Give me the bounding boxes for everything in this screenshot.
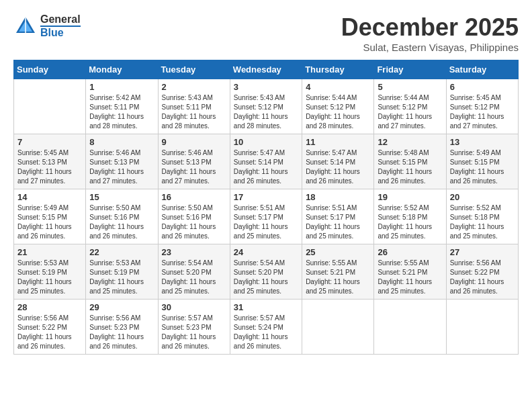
- logo-text: General Blue: [40, 13, 81, 38]
- calendar-cell: 9Sunrise: 5:46 AMSunset: 5:13 PMDaylight…: [158, 134, 230, 189]
- calendar-week-4: 21Sunrise: 5:53 AMSunset: 5:19 PMDayligh…: [14, 244, 519, 300]
- day-number: 10: [234, 137, 298, 147]
- calendar-cell: 24Sunrise: 5:54 AMSunset: 5:20 PMDayligh…: [230, 244, 302, 300]
- calendar-cell: 2Sunrise: 5:43 AMSunset: 5:11 PMDaylight…: [158, 79, 230, 134]
- calendar-cell: 29Sunrise: 5:56 AMSunset: 5:23 PMDayligh…: [86, 300, 158, 355]
- month-year-title: December 2025: [341, 13, 519, 42]
- calendar-cell: 4Sunrise: 5:44 AMSunset: 5:12 PMDaylight…: [302, 79, 374, 134]
- calendar-week-3: 14Sunrise: 5:49 AMSunset: 5:15 PMDayligh…: [14, 189, 519, 244]
- day-info: Sunrise: 5:57 AMSunset: 5:23 PMDaylight:…: [162, 314, 226, 351]
- day-info: Sunrise: 5:51 AMSunset: 5:17 PMDaylight:…: [234, 203, 298, 241]
- day-number: 25: [306, 247, 370, 257]
- day-number: 18: [306, 192, 370, 202]
- calendar-cell: [14, 79, 86, 134]
- day-info: Sunrise: 5:45 AMSunset: 5:12 PMDaylight:…: [450, 93, 515, 131]
- calendar-cell: 30Sunrise: 5:57 AMSunset: 5:23 PMDayligh…: [158, 300, 230, 355]
- day-info: Sunrise: 5:50 AMSunset: 5:16 PMDaylight:…: [89, 203, 154, 241]
- day-info: Sunrise: 5:49 AMSunset: 5:15 PMDaylight:…: [17, 203, 82, 241]
- day-info: Sunrise: 5:45 AMSunset: 5:13 PMDaylight:…: [17, 148, 82, 186]
- day-info: Sunrise: 5:43 AMSunset: 5:12 PMDaylight:…: [234, 93, 298, 131]
- day-number: 7: [17, 137, 82, 147]
- day-number: 13: [450, 137, 515, 147]
- page-header: General Blue December 2025 Sulat, Easter…: [13, 13, 519, 53]
- calendar-cell: 7Sunrise: 5:45 AMSunset: 5:13 PMDaylight…: [14, 134, 86, 189]
- calendar-cell: [302, 300, 374, 355]
- calendar-cell: 26Sunrise: 5:55 AMSunset: 5:21 PMDayligh…: [374, 244, 446, 300]
- calendar-cell: 31Sunrise: 5:57 AMSunset: 5:24 PMDayligh…: [230, 300, 302, 355]
- day-number: 16: [162, 192, 226, 202]
- col-header-tuesday: Tuesday: [158, 60, 230, 79]
- day-info: Sunrise: 5:46 AMSunset: 5:13 PMDaylight:…: [162, 148, 226, 186]
- day-number: 31: [234, 302, 298, 312]
- day-number: 1: [89, 82, 154, 92]
- day-info: Sunrise: 5:49 AMSunset: 5:15 PMDaylight:…: [450, 148, 515, 186]
- location-subtitle: Sulat, Eastern Visayas, Philippines: [341, 42, 519, 53]
- calendar-week-2: 7Sunrise: 5:45 AMSunset: 5:13 PMDaylight…: [14, 134, 519, 189]
- day-info: Sunrise: 5:44 AMSunset: 5:12 PMDaylight:…: [378, 93, 442, 131]
- calendar-cell: 20Sunrise: 5:52 AMSunset: 5:18 PMDayligh…: [446, 189, 518, 244]
- day-number: 20: [450, 192, 515, 202]
- day-number: 29: [89, 302, 154, 312]
- day-number: 9: [162, 137, 226, 147]
- day-info: Sunrise: 5:57 AMSunset: 5:24 PMDaylight:…: [234, 314, 298, 351]
- day-info: Sunrise: 5:56 AMSunset: 5:22 PMDaylight:…: [17, 314, 82, 351]
- day-number: 26: [378, 247, 442, 257]
- calendar-cell: 1Sunrise: 5:42 AMSunset: 5:11 PMDaylight…: [86, 79, 158, 134]
- day-number: 22: [89, 247, 154, 257]
- logo-icon: [13, 14, 38, 38]
- calendar-week-5: 28Sunrise: 5:56 AMSunset: 5:22 PMDayligh…: [14, 300, 519, 355]
- calendar-cell: 21Sunrise: 5:53 AMSunset: 5:19 PMDayligh…: [14, 244, 86, 300]
- calendar-cell: 11Sunrise: 5:47 AMSunset: 5:14 PMDayligh…: [302, 134, 374, 189]
- calendar-cell: 5Sunrise: 5:44 AMSunset: 5:12 PMDaylight…: [374, 79, 446, 134]
- calendar-cell: 6Sunrise: 5:45 AMSunset: 5:12 PMDaylight…: [446, 79, 518, 134]
- day-number: 3: [234, 82, 298, 92]
- day-number: 24: [234, 247, 298, 257]
- day-number: 12: [378, 137, 442, 147]
- logo-general-text: General: [40, 13, 81, 26]
- col-header-thursday: Thursday: [302, 60, 374, 79]
- day-info: Sunrise: 5:54 AMSunset: 5:20 PMDaylight:…: [162, 259, 226, 296]
- calendar-cell: 8Sunrise: 5:46 AMSunset: 5:13 PMDaylight…: [86, 134, 158, 189]
- calendar-cell: 10Sunrise: 5:47 AMSunset: 5:14 PMDayligh…: [230, 134, 302, 189]
- calendar-cell: 18Sunrise: 5:51 AMSunset: 5:17 PMDayligh…: [302, 189, 374, 244]
- calendar-week-1: 1Sunrise: 5:42 AMSunset: 5:11 PMDaylight…: [14, 79, 519, 134]
- day-info: Sunrise: 5:44 AMSunset: 5:12 PMDaylight:…: [306, 93, 370, 131]
- calendar-cell: 14Sunrise: 5:49 AMSunset: 5:15 PMDayligh…: [14, 189, 86, 244]
- day-info: Sunrise: 5:53 AMSunset: 5:19 PMDaylight:…: [89, 259, 154, 296]
- day-number: 6: [450, 82, 515, 92]
- day-number: 15: [89, 192, 154, 202]
- day-info: Sunrise: 5:53 AMSunset: 5:19 PMDaylight:…: [17, 259, 82, 296]
- calendar-cell: 16Sunrise: 5:50 AMSunset: 5:16 PMDayligh…: [158, 189, 230, 244]
- day-number: 21: [17, 247, 82, 257]
- calendar-cell: [446, 300, 518, 355]
- day-info: Sunrise: 5:43 AMSunset: 5:11 PMDaylight:…: [162, 93, 226, 131]
- calendar-table: SundayMondayTuesdayWednesdayThursdayFrid…: [13, 60, 519, 355]
- col-header-sunday: Sunday: [14, 60, 86, 79]
- calendar-cell: [374, 300, 446, 355]
- calendar-cell: 28Sunrise: 5:56 AMSunset: 5:22 PMDayligh…: [14, 300, 86, 355]
- day-number: 19: [378, 192, 442, 202]
- day-info: Sunrise: 5:47 AMSunset: 5:14 PMDaylight:…: [306, 148, 370, 186]
- day-number: 30: [162, 302, 226, 312]
- logo-blue-text: Blue: [40, 26, 81, 39]
- day-info: Sunrise: 5:48 AMSunset: 5:15 PMDaylight:…: [378, 148, 442, 186]
- calendar-cell: 23Sunrise: 5:54 AMSunset: 5:20 PMDayligh…: [158, 244, 230, 300]
- calendar-cell: 3Sunrise: 5:43 AMSunset: 5:12 PMDaylight…: [230, 79, 302, 134]
- day-info: Sunrise: 5:55 AMSunset: 5:21 PMDaylight:…: [378, 259, 442, 296]
- day-number: 23: [162, 247, 226, 257]
- calendar-cell: 17Sunrise: 5:51 AMSunset: 5:17 PMDayligh…: [230, 189, 302, 244]
- day-info: Sunrise: 5:52 AMSunset: 5:18 PMDaylight:…: [378, 203, 442, 241]
- col-header-monday: Monday: [86, 60, 158, 79]
- logo: General Blue: [13, 13, 81, 38]
- calendar-cell: 25Sunrise: 5:55 AMSunset: 5:21 PMDayligh…: [302, 244, 374, 300]
- col-header-wednesday: Wednesday: [230, 60, 302, 79]
- day-number: 8: [89, 137, 154, 147]
- title-block: December 2025 Sulat, Eastern Visayas, Ph…: [341, 13, 519, 53]
- day-info: Sunrise: 5:56 AMSunset: 5:23 PMDaylight:…: [89, 314, 154, 351]
- col-header-saturday: Saturday: [446, 60, 518, 79]
- day-info: Sunrise: 5:50 AMSunset: 5:16 PMDaylight:…: [162, 203, 226, 241]
- day-info: Sunrise: 5:51 AMSunset: 5:17 PMDaylight:…: [306, 203, 370, 241]
- day-info: Sunrise: 5:46 AMSunset: 5:13 PMDaylight:…: [89, 148, 154, 186]
- day-info: Sunrise: 5:55 AMSunset: 5:21 PMDaylight:…: [306, 259, 370, 296]
- calendar-cell: 27Sunrise: 5:56 AMSunset: 5:22 PMDayligh…: [446, 244, 518, 300]
